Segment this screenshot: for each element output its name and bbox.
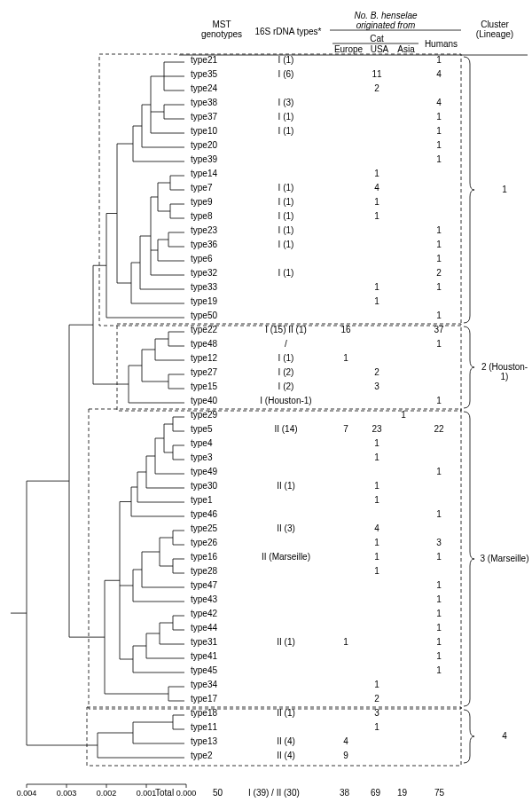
hu-type45: 1: [426, 665, 452, 675]
mst-type28: type28: [191, 566, 217, 576]
hu-type44: 1: [426, 623, 452, 633]
rdna-type8: I (1): [244, 211, 328, 221]
rdna-type40: I (Houston-1): [244, 396, 328, 405]
us-type16: 1: [364, 552, 390, 562]
eu-type2: 9: [332, 751, 359, 760]
hu-type41: 1: [426, 651, 452, 661]
cluster-1: 1: [479, 185, 530, 194]
us-type17: 2: [364, 694, 390, 704]
us-type19: 1: [364, 296, 390, 306]
us-type27: 2: [364, 367, 390, 377]
mst-type24: type24: [191, 83, 217, 93]
hu-type35: 4: [426, 69, 452, 79]
mst-type39: type39: [191, 154, 217, 164]
rdna-type23: I (1): [244, 225, 328, 235]
mst-type47: type47: [191, 580, 217, 590]
total-label: Total: [155, 788, 174, 798]
mst-type17: type17: [191, 694, 217, 704]
mst-type22: type22: [191, 325, 217, 334]
hu-type23: 1: [426, 225, 452, 235]
rdna-type21: I (1): [244, 55, 328, 65]
us-type25: 4: [364, 523, 390, 533]
rdna-type9: I (1): [244, 197, 328, 207]
rdna-type18: II (1): [244, 708, 328, 718]
us-type30: 1: [364, 481, 390, 491]
hu-type47: 1: [426, 580, 452, 590]
mst-type43: type43: [191, 594, 217, 604]
us-type1: 1: [364, 495, 390, 505]
mst-type45: type45: [191, 665, 217, 675]
rdna-type12: I (1): [244, 353, 328, 363]
rdna-type15: I (2): [244, 381, 328, 391]
mst-type29: type29: [191, 410, 217, 420]
rdna-type35: I (6): [244, 69, 328, 79]
mst-type1: type1: [191, 495, 212, 505]
mst-type10: type10: [191, 126, 217, 136]
mst-type34: type34: [191, 680, 217, 689]
mst-type38: type38: [191, 98, 217, 107]
mst-type49: type49: [191, 467, 217, 476]
rdna-type2: II (4): [244, 751, 328, 760]
hu-type38: 4: [426, 98, 452, 107]
mst-type33: type33: [191, 282, 217, 292]
rdna-type30: II (1): [244, 481, 328, 491]
hu-type5: 22: [426, 424, 452, 434]
mst-type6: type6: [191, 254, 212, 263]
mst-type12: type12: [191, 353, 217, 363]
mst-type4: type4: [191, 438, 212, 448]
hu-type50: 1: [426, 311, 452, 320]
rdna-type25: II (3): [244, 523, 328, 533]
us-type3: 1: [364, 452, 390, 462]
rdna-type16: II (Marseille): [244, 552, 328, 562]
mst-type16: type16: [191, 552, 217, 562]
us-type33: 1: [364, 282, 390, 292]
hu-type26: 3: [426, 538, 452, 547]
hu-type31: 1: [426, 637, 452, 647]
rdna-type10: I (1): [244, 126, 328, 136]
mst-type27: type27: [191, 367, 217, 377]
hu-type43: 1: [426, 594, 452, 604]
mst-type9: type9: [191, 197, 212, 207]
mst-type14: type14: [191, 169, 217, 178]
us-type28: 1: [364, 566, 390, 576]
hu-type33: 1: [426, 282, 452, 292]
us-type5: 23: [364, 424, 390, 434]
mst-type46: type46: [191, 509, 217, 519]
us-type24: 2: [364, 83, 390, 93]
scale-0.003: 0.003: [53, 789, 80, 798]
total-eu: 38: [340, 788, 349, 798]
cluster-2 (Houston-1): 2 (Houston-1): [479, 362, 530, 381]
rdna-type13: II (4): [244, 736, 328, 746]
us-type7: 4: [364, 183, 390, 193]
us-type34: 1: [364, 680, 390, 689]
rdna-type48: /: [244, 339, 328, 349]
hu-type42: 1: [426, 609, 452, 618]
mst-type48: type48: [191, 339, 217, 349]
total-mst: 50: [213, 788, 223, 798]
mst-type35: type35: [191, 69, 217, 79]
mst-type31: type31: [191, 637, 217, 647]
us-type8: 1: [364, 211, 390, 221]
eu-type13: 4: [332, 736, 359, 746]
hu-type36: 1: [426, 240, 452, 249]
rdna-type7: I (1): [244, 183, 328, 193]
hu-type10: 1: [426, 126, 452, 136]
mst-type19: type19: [191, 296, 217, 306]
us-type11: 1: [364, 722, 390, 732]
eu-type22: 16: [332, 325, 359, 334]
hu-type37: 1: [426, 112, 452, 122]
total-as: 19: [397, 788, 407, 798]
hu-type39: 1: [426, 154, 452, 164]
mst-type36: type36: [191, 240, 217, 249]
us-type4: 1: [364, 438, 390, 448]
mst-type11: type11: [191, 722, 217, 732]
mst-type23: type23: [191, 225, 217, 235]
rdna-type38: I (3): [244, 98, 328, 107]
mst-type7: type7: [191, 183, 212, 193]
hu-type21: 1: [426, 55, 452, 65]
scale-0.004: 0.004: [13, 789, 40, 798]
us-type9: 1: [364, 197, 390, 207]
hu-type49: 1: [426, 467, 452, 476]
mst-type37: type37: [191, 112, 217, 122]
mst-type50: type50: [191, 311, 217, 320]
